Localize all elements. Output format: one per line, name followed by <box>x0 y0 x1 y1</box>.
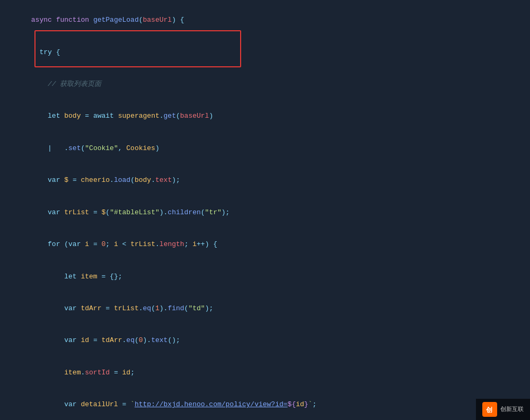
svg-text:创: 创 <box>485 406 492 414</box>
code-line-12: item.sortId = id; <box>0 357 530 389</box>
code-line-8: for (var i = 0; i < trList.length; i++) … <box>0 229 530 260</box>
code-line-11: var id = tdArr.eq(0).text(); <box>0 325 530 356</box>
watermark: 创 创新互联 <box>476 399 530 420</box>
code-line-7: var trList = $("#tableList").children("t… <box>0 197 530 229</box>
code-line-10: var tdArr = trList.eq(1).find("td"); <box>0 293 530 325</box>
code-editor: async function getPageLoad(baseUrl) { tr… <box>0 0 530 420</box>
watermark-logo: 创 <box>482 402 497 417</box>
code-line-2: try { <box>0 36 530 68</box>
code-line-1: async function getPageLoad(baseUrl) { <box>0 4 530 36</box>
code-line-3: // 获取列表页面 <box>0 68 530 100</box>
code-line-5: | .set("Cookie", Cookies) <box>0 133 530 164</box>
code-line-4: let body = await superagent.get(baseUrl) <box>0 100 530 132</box>
code-line-9: let item = {}; <box>0 260 530 292</box>
watermark-label: 创新互联 <box>500 405 524 414</box>
code-line-6: var $ = cheerio.load(body.text); <box>0 164 530 196</box>
code-line-13: var detailUrl = `http://bxjd.henoo.com/p… <box>0 389 530 420</box>
